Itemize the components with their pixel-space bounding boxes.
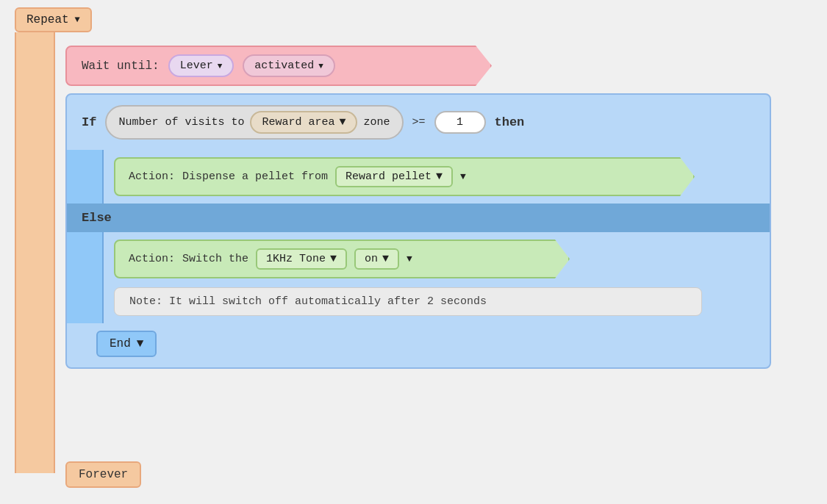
- if-block: If Number of visits to Reward area ▼ zon…: [65, 93, 771, 369]
- lever-dropdown[interactable]: Lever ▼: [168, 54, 235, 77]
- if-left-bar: [67, 150, 104, 204]
- on-arrow-icon: ▼: [382, 253, 389, 265]
- wait-row: Wait until: Lever ▼ activated ▼: [65, 46, 492, 86]
- value-input[interactable]: 1: [434, 111, 486, 134]
- reward-pellet-dropdown[interactable]: Reward pellet ▼: [335, 166, 453, 187]
- end-label: End: [110, 337, 131, 350]
- condition-suffix: zone: [363, 116, 390, 129]
- reward-pellet-value: Reward pellet: [346, 170, 432, 183]
- activated-arrow-icon: ▼: [318, 62, 323, 71]
- tone-value: 1KHz Tone: [266, 253, 326, 265]
- tone-dropdown[interactable]: 1KHz Tone ▼: [256, 248, 347, 270]
- action-then-row: Action: Dispense a pellet from Reward pe…: [114, 157, 695, 196]
- value-display: 1: [457, 116, 463, 129]
- note-row: Note: It will switch off automatically a…: [114, 287, 702, 316]
- lever-arrow-icon: ▼: [218, 62, 223, 71]
- action-then-outer-arrow-icon[interactable]: ▼: [460, 171, 466, 182]
- repeat-label: Repeat: [26, 13, 69, 26]
- operator-label: >=: [412, 116, 426, 129]
- end-row: End ▼: [67, 323, 770, 367]
- on-dropdown[interactable]: on ▼: [354, 248, 399, 270]
- else-keyword: Else: [82, 211, 112, 225]
- end-block[interactable]: End ▼: [96, 331, 157, 357]
- action-else-label: Action:: [129, 253, 175, 265]
- lever-value: Lever: [180, 60, 213, 72]
- wait-label: Wait until:: [82, 60, 160, 73]
- repeat-left-bar: [15, 32, 55, 458]
- zone-arrow-icon: ▼: [339, 116, 346, 129]
- repeat-arrow-icon: ▼: [75, 15, 80, 25]
- zone-dropdown[interactable]: Reward area ▼: [250, 111, 357, 134]
- on-value: on: [365, 253, 378, 265]
- forever-label: Forever: [79, 468, 128, 481]
- condition-prefix: Number of visits to: [118, 116, 244, 129]
- note-text: Note: It will switch off automatically a…: [129, 295, 487, 308]
- action-then-label: Action:: [129, 170, 175, 183]
- tone-arrow-icon: ▼: [330, 253, 337, 265]
- end-arrow-icon: ▼: [137, 337, 144, 350]
- action-else-text: Switch the: [182, 253, 248, 265]
- activated-value: activated: [254, 60, 314, 72]
- repeat-bottom-bar: [15, 458, 55, 473]
- zone-name: Reward area: [262, 116, 334, 129]
- action-else-row: Action: Switch the 1KHz Tone ▼ on ▼ ▼: [114, 240, 570, 278]
- action-then-text: Dispense a pellet from: [182, 170, 328, 183]
- forever-block: Forever: [65, 461, 141, 488]
- condition-pill: Number of visits to Reward area ▼ zone: [105, 105, 403, 140]
- if-keyword: If: [82, 115, 96, 129]
- else-bar: Else: [67, 204, 770, 232]
- repeat-block[interactable]: Repeat ▼: [15, 7, 92, 32]
- reward-pellet-arrow-icon: ▼: [436, 170, 443, 183]
- activated-dropdown[interactable]: activated ▼: [243, 54, 335, 77]
- else-left-bar: [67, 232, 104, 323]
- then-keyword: then: [495, 115, 525, 129]
- action-else-outer-arrow-icon[interactable]: ▼: [407, 253, 412, 264]
